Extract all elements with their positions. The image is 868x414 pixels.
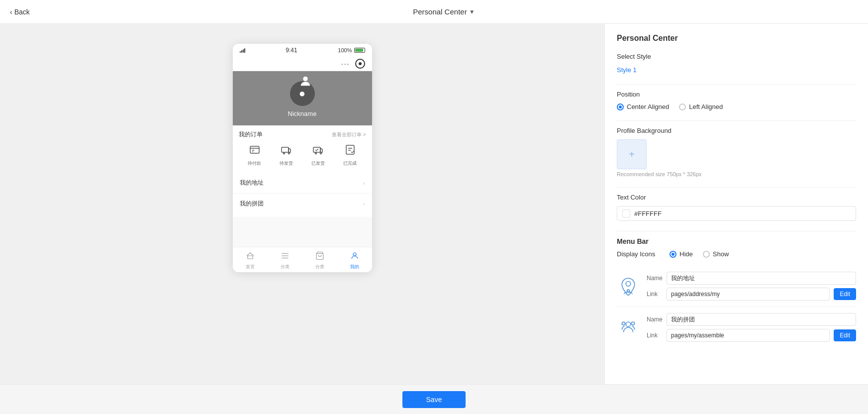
- bg-upload-button[interactable]: +: [617, 139, 647, 169]
- address-name-input[interactable]: [667, 272, 856, 285]
- main-layout: 9:41 100% ··· ●: [0, 24, 868, 384]
- hide-option[interactable]: Hide: [670, 250, 693, 258]
- bottom-nav: 首页 分类: [233, 247, 372, 272]
- phone-status-bar: 9:41 100%: [233, 44, 372, 57]
- order-label-3: 已完成: [343, 160, 357, 167]
- order-item-shipped[interactable]: 已发货: [311, 144, 325, 167]
- group-entry-fields: Name Link Edit: [647, 313, 856, 342]
- text-color-label: Text Color: [617, 194, 856, 201]
- chevron-right-icon-2: ›: [363, 201, 365, 207]
- svg-point-3: [283, 153, 285, 154]
- svg-point-15: [626, 282, 631, 287]
- menu-item-group-label: 我的拼团: [240, 200, 264, 208]
- left-radio-dot: [679, 104, 686, 110]
- address-name-row: Name: [647, 272, 856, 285]
- avatar: ●: [290, 81, 315, 106]
- group-link-label: Link: [647, 332, 663, 339]
- target-icon[interactable]: [355, 59, 365, 69]
- profile-header: ● Nickname: [233, 71, 372, 125]
- position-section: Position Center Aligned Left Aligned: [617, 91, 856, 110]
- group-name-input[interactable]: [667, 313, 856, 326]
- more-icon[interactable]: ···: [341, 60, 350, 68]
- panel-title: Personal Center: [617, 34, 856, 43]
- divider-2: [617, 120, 856, 121]
- color-input-wrapper[interactable]: #FFFFFF: [617, 206, 856, 221]
- save-button[interactable]: Save: [402, 391, 466, 408]
- shipped-icon: [312, 144, 324, 158]
- signal-icon: [240, 48, 245, 53]
- phone-toolbar: ···: [233, 57, 372, 71]
- address-link-input[interactable]: [667, 288, 830, 301]
- svg-point-4: [288, 153, 289, 154]
- order-label-2: 已发货: [311, 160, 325, 167]
- menu-entry-group: Name Link Edit: [617, 307, 856, 348]
- orders-link[interactable]: 查看全部订单 >: [332, 131, 366, 138]
- nav-label-3: 我的: [350, 264, 359, 270]
- position-center-option[interactable]: Center Aligned: [617, 103, 669, 110]
- style-1-link[interactable]: Style 1: [617, 66, 637, 74]
- svg-point-7: [320, 153, 321, 154]
- phone-menu-section: 我的地址 › 我的拼团 ›: [233, 173, 372, 214]
- orders-header: 我的订单 查看全部订单 >: [239, 130, 366, 139]
- mine-icon: [350, 251, 359, 263]
- order-item-pending-payment[interactable]: 待付款: [248, 144, 261, 167]
- header-title-area: Personal Center ▼: [30, 7, 858, 16]
- center-radio-dot: [617, 104, 624, 110]
- status-time: 9:41: [286, 47, 297, 54]
- pending-ship-icon: [281, 144, 292, 158]
- address-entry-fields: Name Link Edit: [647, 272, 856, 301]
- group-name-row: Name: [647, 313, 856, 326]
- address-entry-icon: [617, 275, 640, 298]
- menu-entry-address: Name Link Edit: [617, 266, 856, 307]
- color-value: #FFFFFF: [634, 210, 662, 217]
- show-radio-dot: [703, 251, 710, 258]
- order-item-pending-ship[interactable]: 待发货: [280, 144, 293, 167]
- svg-rect-5: [313, 147, 320, 152]
- nav-item-category[interactable]: 分类: [281, 251, 289, 270]
- plus-icon: +: [629, 149, 635, 160]
- left-aligned-label: Left Aligned: [689, 103, 723, 110]
- position-left-option[interactable]: Left Aligned: [679, 103, 723, 110]
- order-item-completed[interactable]: 已完成: [343, 144, 357, 167]
- battery-icon: [354, 48, 365, 53]
- group-edit-button[interactable]: Edit: [834, 329, 856, 341]
- back-button[interactable]: ‹ Back: [10, 8, 30, 16]
- phone-content-spacer: [233, 217, 372, 247]
- show-option[interactable]: Show: [703, 250, 729, 258]
- divider-3: [617, 187, 856, 188]
- save-bar: Save: [0, 384, 868, 414]
- menu-item-address[interactable]: 我的地址 ›: [233, 173, 372, 194]
- text-color-section: Text Color #FFFFFF: [617, 194, 856, 221]
- group-link-row: Link Edit: [647, 329, 856, 342]
- nav-label-0: 首页: [246, 264, 255, 270]
- address-link-row: Link Edit: [647, 288, 856, 301]
- app-header: ‹ Back Personal Center ▼: [0, 0, 868, 24]
- svg-rect-2: [282, 147, 289, 152]
- svg-point-18: [631, 322, 634, 325]
- profile-bg-section: Profile Background + Recommended size 75…: [617, 127, 856, 177]
- svg-point-0: [303, 77, 307, 81]
- signal-area: [240, 48, 245, 53]
- menu-item-group[interactable]: 我的拼团 ›: [233, 194, 372, 214]
- group-link-input[interactable]: [667, 329, 830, 342]
- divider-4: [617, 231, 856, 231]
- address-edit-button[interactable]: Edit: [834, 288, 856, 300]
- battery-fill: [355, 49, 363, 52]
- nav-item-mine[interactable]: 我的: [350, 251, 359, 270]
- order-label-1: 待发货: [280, 160, 293, 167]
- nav-item-cart[interactable]: 分类: [315, 251, 324, 270]
- cart-icon: [315, 251, 324, 263]
- home-icon: [246, 251, 255, 263]
- nav-item-home[interactable]: 首页: [246, 251, 255, 270]
- battery-percent: 100%: [338, 47, 352, 53]
- user-icon: ●: [299, 87, 305, 100]
- right-panel: Personal Center Select Style Style 1 Pos…: [604, 24, 868, 384]
- svg-rect-8: [346, 145, 354, 154]
- divider-1: [617, 84, 856, 85]
- hide-radio-dot: [670, 251, 676, 258]
- chevron-down-icon[interactable]: ▼: [469, 8, 475, 15]
- address-name-label: Name: [647, 275, 663, 282]
- profile-bg-label: Profile Background: [617, 127, 856, 134]
- battery-area: 100%: [338, 47, 365, 53]
- color-swatch: [622, 209, 630, 217]
